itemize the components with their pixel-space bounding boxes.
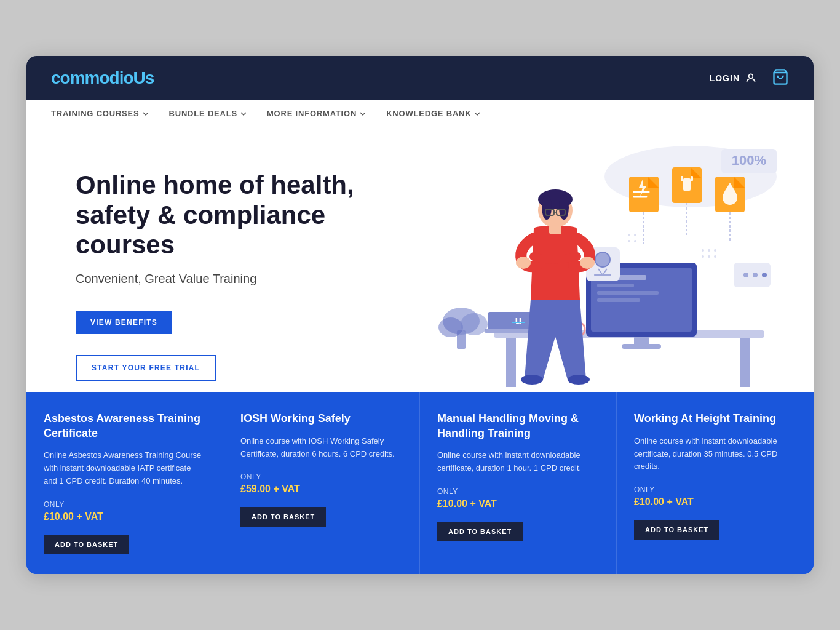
svg-point-51: [628, 234, 630, 236]
svg-rect-30: [691, 176, 693, 181]
hero-content: Online home of health, safety & complian…: [76, 158, 359, 381]
svg-point-42: [743, 273, 748, 277]
svg-rect-13: [622, 344, 661, 349]
course-title: Working At Height Training: [634, 412, 796, 426]
cart-icon: [772, 68, 789, 86]
cart-button[interactable]: [772, 68, 789, 88]
course-desc: Online course with instant downloadable …: [437, 449, 599, 475]
svg-rect-4: [506, 338, 516, 387]
course-desc: Online course with IOSH Working Safely C…: [240, 435, 402, 461]
course-only-label: ONLY: [240, 472, 402, 481]
course-price: £10.00 + VAT: [44, 511, 205, 522]
svg-rect-40: [594, 274, 611, 276]
svg-point-54: [634, 240, 636, 242]
courses-section: Asbestos Awareness Training Certificate …: [26, 392, 814, 573]
chevron-down-icon: [359, 110, 367, 118]
course-price: £10.00 + VAT: [437, 498, 599, 509]
hero-section: Online home of health, safety & complian…: [26, 127, 814, 392]
course-desc: Online Asbestos Awareness Training Cours…: [44, 449, 205, 487]
course-only-label: ONLY: [634, 485, 796, 494]
course-price: £59.00 + VAT: [240, 484, 402, 495]
svg-point-47: [714, 249, 716, 252]
svg-point-43: [753, 273, 758, 277]
course-only-label: ONLY: [437, 487, 599, 496]
svg-point-46: [708, 249, 710, 252]
svg-rect-11: [597, 298, 640, 302]
free-trial-button[interactable]: START YOUR FREE TRIAL: [76, 355, 216, 381]
course-card: IOSH Working Safely Online course with I…: [223, 392, 420, 573]
course-title: Asbestos Awareness Training Certificate: [44, 412, 205, 441]
chevron-down-icon: [142, 110, 149, 118]
add-to-basket-button[interactable]: ADD TO BASKET: [437, 522, 523, 541]
course-card: Asbestos Awareness Training Certificate …: [26, 392, 223, 573]
add-to-basket-button[interactable]: ADD TO BASKET: [44, 535, 129, 554]
chevron-down-icon: [240, 110, 247, 118]
hero-subtitle: Convenient, Great Value Training: [76, 272, 359, 286]
nav-training-courses[interactable]: TRAINING COURSES: [51, 109, 149, 118]
svg-point-52: [634, 234, 636, 236]
svg-point-44: [762, 273, 767, 277]
svg-point-53: [628, 240, 630, 242]
svg-rect-5: [740, 338, 750, 387]
svg-rect-29: [681, 176, 683, 181]
course-title: Manual Handling Moving & Handling Traini…: [437, 412, 599, 441]
svg-point-22: [461, 313, 488, 335]
svg-text:100%: 100%: [732, 153, 766, 168]
logo-area: commodioUs: [51, 67, 165, 89]
svg-point-62: [516, 257, 531, 269]
svg-rect-23: [629, 177, 659, 212]
person-icon: [745, 72, 757, 84]
svg-point-39: [595, 252, 610, 267]
svg-point-64: [521, 375, 543, 385]
svg-rect-9: [597, 284, 634, 287]
svg-rect-17: [512, 322, 525, 323]
logo-divider: [165, 67, 165, 89]
hero-illustration: u: [359, 158, 777, 392]
svg-rect-10: [597, 291, 659, 295]
hero-svg-illustration: u: [371, 140, 789, 392]
secondary-navbar: TRAINING COURSES BUNDLE DEALS MORE INFOR…: [26, 100, 814, 127]
nav-knowledge-bank[interactable]: KNOWLEDGE BANK: [386, 109, 481, 118]
hero-title: Online home of health, safety & complian…: [76, 170, 359, 260]
svg-point-45: [702, 249, 704, 252]
svg-point-0: [749, 74, 753, 79]
svg-point-49: [708, 255, 710, 258]
course-title: IOSH Working Safely: [240, 412, 402, 426]
add-to-basket-button[interactable]: ADD TO BASKET: [634, 520, 719, 540]
add-to-basket-button[interactable]: ADD TO BASKET: [240, 507, 326, 527]
login-button[interactable]: LOGIN: [710, 72, 757, 84]
course-price: £10.00 + VAT: [634, 496, 796, 508]
brand-logo[interactable]: commodioUs: [51, 68, 154, 88]
svg-text:u: u: [515, 314, 522, 327]
top-navbar: commodioUs LOGIN: [26, 56, 814, 100]
svg-point-65: [568, 375, 590, 385]
browser-frame: commodioUs LOGIN TRAINING COURSES: [26, 56, 814, 573]
svg-point-50: [714, 255, 716, 258]
svg-point-48: [702, 255, 704, 258]
svg-rect-66: [549, 225, 561, 234]
view-benefits-button[interactable]: VIEW BENEFITS: [76, 311, 172, 334]
course-only-label: ONLY: [44, 500, 205, 509]
nav-more-information[interactable]: MORE INFORMATION: [267, 109, 367, 118]
svg-point-21: [438, 317, 463, 337]
course-desc: Online course with instant downloadable …: [634, 435, 796, 473]
svg-rect-28: [683, 178, 691, 191]
course-card: Manual Handling Moving & Handling Traini…: [420, 392, 617, 573]
top-nav-right: LOGIN: [710, 68, 789, 88]
svg-point-63: [580, 257, 595, 269]
chevron-down-icon: [473, 110, 481, 118]
nav-bundle-deals[interactable]: BUNDLE DEALS: [169, 109, 247, 118]
course-card: Working At Height Training Online course…: [617, 392, 814, 573]
